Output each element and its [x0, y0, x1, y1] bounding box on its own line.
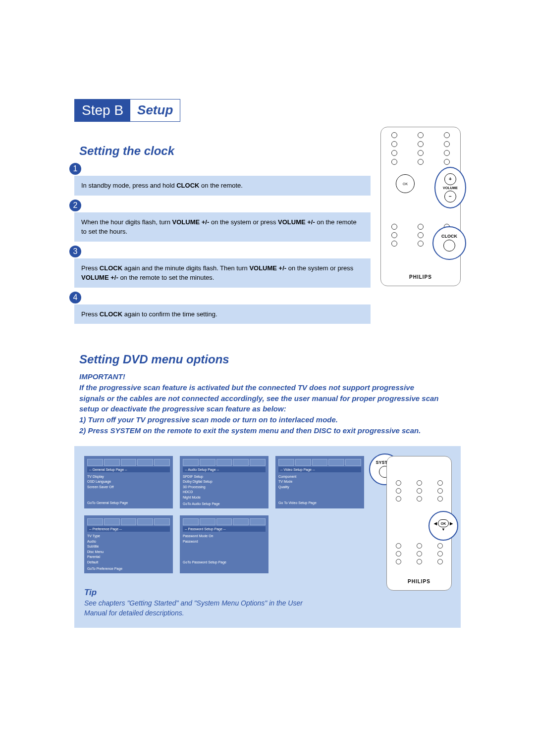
menu-header: -- Video Setup Page --	[278, 467, 361, 472]
important-block: IMPORTANT! If the progressive scan featu…	[79, 371, 441, 436]
step-text: When the hour digits flash, turn VOLUME …	[74, 212, 371, 242]
minus-icon: −	[444, 191, 456, 202]
menu-footer: GoTo Audio Setup Page	[183, 502, 266, 505]
menu-general: -- General Setup Page -- TV Display OSD …	[84, 456, 173, 509]
step-text: Press CLOCK again to confirm the time se…	[74, 304, 371, 324]
clock-callout: CLOCK	[432, 226, 466, 260]
step-number: 4	[69, 292, 81, 303]
clock-button-icon	[443, 240, 455, 252]
ok-button-icon: OK	[396, 174, 415, 193]
menu-items: SPDIF Setup Dolby Digital Setup 3D Proce…	[183, 474, 266, 501]
menu-password: -- Password Setup Page -- Password Mode …	[180, 515, 268, 573]
step-1: 1 In standby mode, press and hold CLOCK …	[74, 163, 371, 196]
step-sub: Setup	[130, 100, 180, 121]
tip-text: See chapters "Getting Started" and "Syst…	[84, 599, 312, 618]
menu-audio: -- Audio Setup Page -- SPDIF Setup Dolby…	[180, 456, 268, 509]
menu-items: TV Type Audio Subtitle Disc Menu Parenta…	[87, 534, 170, 565]
step-4: 4 Press CLOCK again to confirm the time …	[74, 292, 371, 324]
tip-block: Tip See chapters "Getting Started" and "…	[84, 588, 312, 618]
volume-callout: + VOLUME −	[434, 167, 466, 208]
section-title-clock: Setting the clock	[79, 144, 371, 158]
step-text: In standby mode, press and hold CLOCK on…	[74, 176, 371, 196]
volume-label: VOLUME	[443, 186, 458, 190]
remote-diagram-clock: OK + VOLUME − CLOCK PHILIPS	[380, 127, 461, 286]
menu-preference: -- Preference Page -- TV Type Audio Subt…	[84, 515, 173, 573]
menu-items: Component TV Mode Quality	[278, 474, 361, 499]
step-number: 3	[69, 246, 81, 257]
step-number: 2	[69, 200, 81, 211]
step-3: 3 Press CLOCK again and the minute digit…	[74, 246, 371, 288]
menu-items: TV Display OSD Language Screen Saver Off	[87, 474, 170, 499]
menu-header: -- General Setup Page --	[87, 467, 170, 472]
menu-panel: -- General Setup Page -- TV Display OSD …	[74, 446, 461, 628]
remote-diagram-system: SYSTEM ◀ OK ▶	[372, 456, 451, 591]
ok-callout: ◀ OK ▶ ▼	[428, 511, 458, 541]
brand-label: PHILIPS	[387, 579, 451, 584]
menu-header: -- Password Setup Page --	[183, 526, 266, 532]
menu-footer: GoTo Password Setup Page	[183, 560, 266, 564]
step-header: Step B Setup	[74, 99, 180, 122]
tip-title: Tip	[84, 588, 312, 598]
clock-label: CLOCK	[441, 234, 457, 239]
step-text: Press CLOCK again and the minute digits …	[74, 258, 371, 288]
step-label: Step B	[75, 100, 130, 121]
brand-label: PHILIPS	[381, 274, 460, 280]
step-2: 2 When the hour digits flash, turn VOLUM…	[74, 200, 371, 242]
menu-video: -- Video Setup Page -- Component TV Mode…	[275, 456, 364, 509]
important-label: IMPORTANT!	[79, 371, 441, 382]
step-number: 1	[69, 163, 81, 175]
menu-items: Password Mode On Password	[183, 534, 266, 558]
menu-header: -- Audio Setup Page --	[183, 467, 266, 472]
plus-icon: +	[444, 173, 456, 185]
ok-button-icon: OK	[438, 519, 449, 527]
menu-footer: GoTo General Setup Page	[87, 501, 170, 504]
menu-footer: GoTo Preference Page	[87, 567, 170, 570]
section-title-dvd: Setting DVD menu options	[79, 353, 461, 366]
important-text: If the progressive scan feature is activ…	[79, 382, 441, 436]
menu-header: -- Preference Page --	[87, 526, 170, 532]
menu-footer: Go To Video Setup Page	[278, 501, 361, 504]
